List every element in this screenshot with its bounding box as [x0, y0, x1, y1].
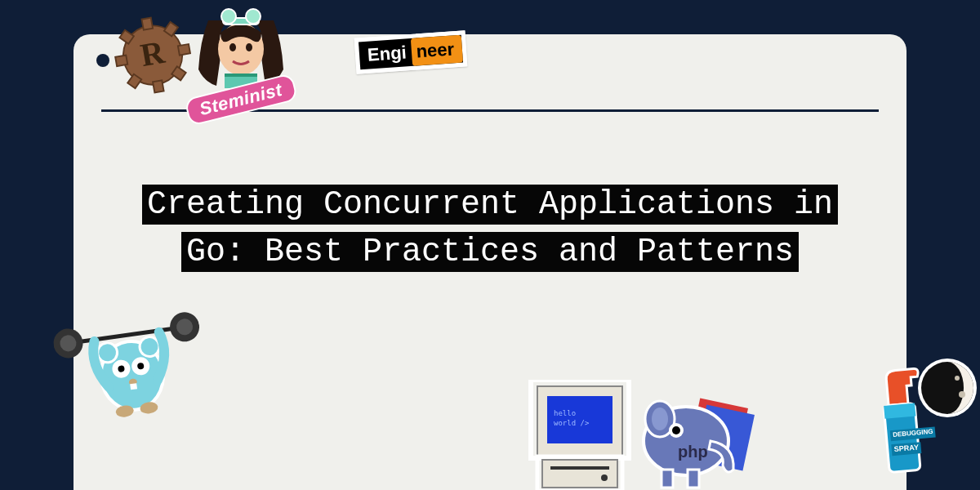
svg-rect-31	[130, 383, 137, 390]
svg-rect-52	[884, 403, 915, 419]
page-title: Creating Concurrent Applications in Go: …	[142, 185, 838, 272]
moon-phase-icon	[915, 355, 980, 421]
steminist-sticker: Steminist	[184, 8, 298, 110]
engineer-label-right: neer	[410, 35, 463, 66]
svg-point-46	[652, 408, 668, 430]
svg-point-41	[601, 474, 608, 481]
svg-text:world />: world />	[554, 419, 590, 427]
php-label: php	[678, 443, 708, 461]
computer-screen-text: hello	[554, 409, 576, 417]
svg-rect-1	[142, 18, 154, 30]
svg-point-55	[955, 376, 960, 381]
svg-point-11	[229, 43, 236, 51]
svg-point-15	[246, 9, 261, 24]
svg-rect-7	[115, 56, 127, 67]
svg-point-14	[221, 9, 236, 24]
moon-phase-sticker	[915, 355, 980, 425]
svg-point-24	[96, 341, 118, 363]
svg-rect-38	[542, 460, 617, 488]
svg-rect-50	[688, 470, 699, 488]
svg-point-12	[246, 43, 252, 51]
retro-computer-icon: hello world />	[523, 380, 637, 490]
php-elephant-icon: php	[629, 388, 760, 490]
gopher-lifting-icon	[49, 292, 212, 434]
title-container: Creating Concurrent Applications in Go: …	[74, 181, 906, 276]
svg-point-56	[959, 391, 965, 398]
retro-computer-sticker: hello world />	[523, 380, 637, 490]
engineer-label-left: Engi	[359, 42, 412, 66]
svg-point-48	[672, 426, 680, 434]
svg-rect-49	[662, 470, 673, 488]
card-punch-hole	[96, 54, 109, 67]
gopher-sticker	[49, 292, 212, 439]
svg-rect-17	[225, 74, 257, 77]
php-elephant-sticker: php	[629, 388, 760, 490]
svg-rect-40	[550, 466, 609, 470]
svg-rect-5	[153, 80, 164, 92]
